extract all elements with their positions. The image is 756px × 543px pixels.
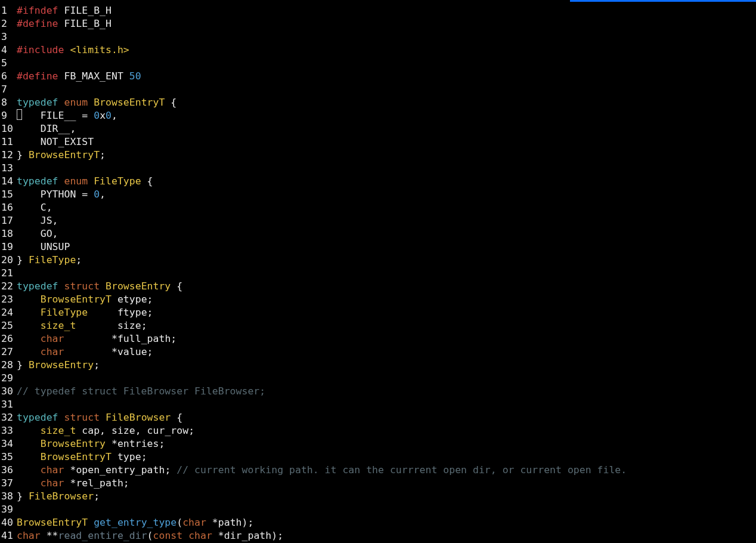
code-content[interactable]: JS, [17,214,756,227]
code-content[interactable] [17,503,756,516]
code-content[interactable]: size_t cap, size, cur_row; [17,424,756,437]
code-line[interactable]: 36 char *open_entry_path; // current wor… [0,464,756,477]
code-line[interactable]: 3 [0,30,756,44]
code-content[interactable] [17,267,756,280]
code-content[interactable]: #define FB_MAX_ENT 50 [17,70,756,83]
code-content[interactable]: char *rel_path; [17,477,756,490]
code-content[interactable]: FILE__ = 0x0, [17,109,756,122]
code-editor[interactable]: 1#ifndef FILE_B_H2#define FILE_B_H34#inc… [0,0,756,542]
code-content[interactable]: #define FILE_B_H [17,17,756,30]
code-token: 0 [94,110,100,121]
code-line[interactable]: 15 PYTHON = 0, [0,188,756,201]
code-line[interactable]: 29 [0,372,756,385]
code-line[interactable]: 26 char *full_path; [0,332,756,345]
code-content[interactable]: typedef enum FileType { [17,175,756,188]
code-line[interactable]: 39 [0,503,756,516]
code-token: size_t [41,320,76,331]
code-token: open_entry_path [76,464,165,476]
code-line[interactable]: 40BrowseEntryT get_entry_type(char *path… [0,516,756,529]
code-line[interactable]: 35 BrowseEntryT type; [0,451,756,464]
code-content[interactable] [17,398,756,411]
code-line[interactable]: 7 [0,83,756,96]
code-line[interactable]: 34 BrowseEntry *entries; [0,437,756,451]
code-line[interactable]: 24 FileType ftype; [0,306,756,319]
code-content[interactable]: BrowseEntryT type; [17,451,756,464]
code-content[interactable]: DIR__, [17,122,756,135]
code-token: } [17,490,23,502]
code-line[interactable]: 4#include <limits.h> [0,44,756,57]
code-token: FILE_B_H [64,5,111,16]
code-content[interactable]: BrowseEntryT get_entry_type(char *path); [17,516,756,529]
code-line[interactable]: 33 size_t cap, size, cur_row; [0,424,756,437]
code-content[interactable]: } BrowseEntryT; [17,149,756,162]
code-content[interactable]: typedef struct FileBrowser { [17,411,756,424]
code-content[interactable]: typedef struct BrowseEntry { [17,280,756,293]
code-token [88,189,94,200]
code-content[interactable]: } BrowseEntry; [17,359,756,372]
code-content[interactable]: FileType ftype; [17,306,756,319]
code-content[interactable]: BrowseEntryT etype; [17,293,756,306]
code-content[interactable]: // typedef struct FileBrowser FileBrowse… [17,385,756,398]
code-line[interactable]: 6#define FB_MAX_ENT 50 [0,70,756,83]
code-token [171,280,176,292]
code-line[interactable]: 13 [0,162,756,175]
code-line[interactable]: 1#ifndef FILE_B_H [0,4,756,17]
code-line[interactable]: 23 BrowseEntryT etype; [0,293,756,306]
code-content[interactable]: char *open_entry_path; // current workin… [17,464,756,477]
code-content[interactable]: NOT_EXIST [17,135,756,149]
code-line[interactable]: 30// typedef struct FileBrowser FileBrow… [0,385,756,398]
code-line[interactable]: 8typedef enum BrowseEntryT { [0,96,756,109]
code-content[interactable]: char *full_path; [17,332,756,345]
code-content[interactable]: typedef enum BrowseEntryT { [17,96,756,109]
code-token: const [153,530,183,541]
code-content[interactable] [17,83,756,96]
code-line[interactable]: 25 size_t size; [0,319,756,332]
code-content[interactable]: GO, [17,227,756,240]
code-content[interactable]: #ifndef FILE_B_H [17,4,756,17]
code-line[interactable]: 14typedef enum FileType { [0,175,756,188]
code-line[interactable]: 2#define FILE_B_H [0,17,756,30]
code-token: value [117,346,147,357]
code-content[interactable]: } FileBrowser; [17,490,756,503]
code-content[interactable]: PYTHON = 0, [17,188,756,201]
code-line[interactable]: 27 char *value; [0,345,756,359]
code-line[interactable]: 31 [0,398,756,411]
code-token: * [111,333,117,344]
code-line[interactable]: 28} BrowseEntry; [0,359,756,372]
code-content[interactable] [17,162,756,175]
code-line[interactable]: 38} FileBrowser; [0,490,756,503]
code-line[interactable]: 37 char *rel_path; [0,477,756,490]
code-line[interactable]: 16 C, [0,201,756,214]
code-content[interactable]: UNSUP [17,240,756,254]
code-content[interactable]: BrowseEntry *entries; [17,437,756,451]
code-line[interactable]: 19 UNSUP [0,240,756,254]
code-token: cur_row [141,425,188,436]
code-content[interactable] [17,30,756,44]
code-token [17,438,41,449]
code-token: ; [147,346,153,357]
code-line[interactable]: 20} FileType; [0,254,756,267]
code-content[interactable] [17,372,756,385]
code-line[interactable]: 11 NOT_EXIST [0,135,756,149]
code-content[interactable]: C, [17,201,756,214]
code-content[interactable]: #include <limits.h> [17,44,756,57]
code-token [58,280,64,292]
code-token: BrowseEntryT [41,451,111,462]
code-line[interactable]: 18 GO, [0,227,756,240]
code-content[interactable]: size_t size; [17,319,756,332]
code-line[interactable]: 32typedef struct FileBrowser { [0,411,756,424]
code-token [88,517,94,528]
code-line[interactable]: 21 [0,267,756,280]
code-token: * [111,346,117,357]
code-line[interactable]: 10 DIR__, [0,122,756,135]
code-content[interactable]: char **read_entire_dir(const char *dir_p… [17,529,756,542]
code-content[interactable] [17,57,756,70]
code-content[interactable]: } FileType; [17,254,756,267]
code-line[interactable]: 41char **read_entire_dir(const char *dir… [0,529,756,542]
code-line[interactable]: 12} BrowseEntryT; [0,149,756,162]
code-line[interactable]: 9 FILE__ = 0x0, [0,109,756,122]
code-line[interactable]: 22typedef struct BrowseEntry { [0,280,756,293]
code-line[interactable]: 5 [0,57,756,70]
code-line[interactable]: 17 JS, [0,214,756,227]
code-content[interactable]: char *value; [17,345,756,359]
